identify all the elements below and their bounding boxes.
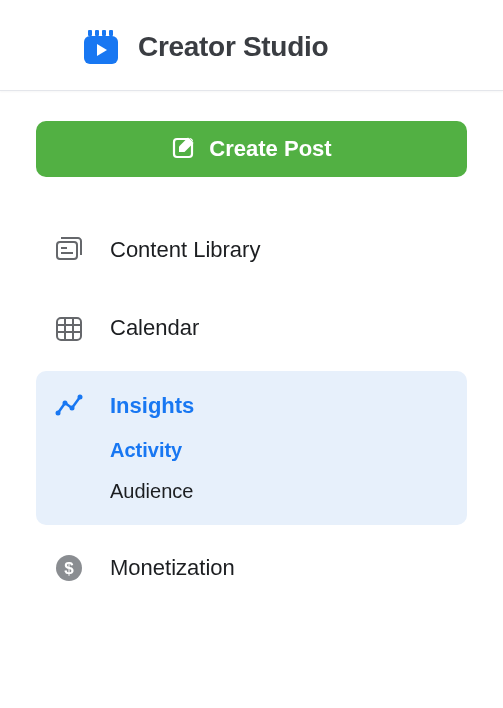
svg-point-14 — [56, 411, 61, 416]
nav-item-insights-section: Insights Activity Audience — [36, 371, 467, 525]
svg-point-15 — [63, 401, 68, 406]
svg-rect-3 — [102, 30, 106, 36]
svg-rect-6 — [57, 242, 77, 259]
create-post-button[interactable]: Create Post — [36, 121, 467, 177]
calendar-icon — [54, 313, 84, 343]
sub-item-audience[interactable]: Audience — [110, 480, 467, 503]
nav-label: Calendar — [110, 315, 199, 341]
app-title: Creator Studio — [138, 31, 328, 63]
insights-icon — [54, 391, 84, 421]
spacer — [36, 285, 467, 293]
creator-studio-icon — [82, 28, 120, 66]
sub-item-activity[interactable]: Activity — [110, 439, 467, 462]
content-library-icon — [54, 235, 84, 265]
nav-list: Content Library Calendar — [36, 215, 467, 603]
nav-label: Content Library — [110, 237, 260, 263]
app-header: Creator Studio — [0, 0, 503, 91]
svg-rect-4 — [109, 30, 113, 36]
svg-rect-2 — [95, 30, 99, 36]
svg-rect-9 — [57, 318, 81, 340]
nav-item-content-library[interactable]: Content Library — [36, 215, 467, 285]
nav-label: Insights — [110, 393, 194, 419]
svg-rect-1 — [88, 30, 92, 36]
svg-text:$: $ — [64, 559, 74, 578]
nav-item-calendar[interactable]: Calendar — [36, 293, 467, 363]
monetization-icon: $ — [54, 553, 84, 583]
nav-item-insights[interactable]: Insights — [36, 371, 467, 433]
nav-item-monetization[interactable]: $ Monetization — [36, 533, 467, 603]
edit-icon — [171, 136, 195, 163]
nav-label: Monetization — [110, 555, 235, 581]
svg-point-16 — [70, 406, 75, 411]
sidebar: Create Post Content Library — [0, 91, 503, 603]
insights-sub-items: Activity Audience — [36, 439, 467, 503]
svg-point-17 — [78, 395, 83, 400]
create-post-label: Create Post — [209, 136, 331, 162]
